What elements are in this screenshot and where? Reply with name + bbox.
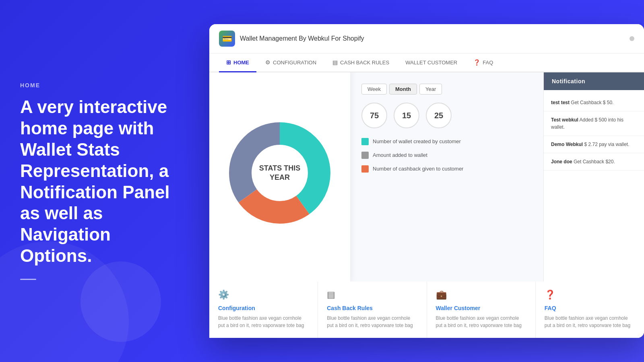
faq-card-icon: ❓ (545, 290, 635, 300)
notif-name-3: Demo Webkul (551, 142, 583, 147)
notif-item-2: Test webkul Added $ 500 into his wallet. (544, 111, 644, 136)
bottom-cards: ⚙️ Configuration Blue bottle fashion axe… (209, 282, 644, 338)
legend-item-1: Number of wallet created by customer (361, 138, 532, 145)
bg-decoration-2 (80, 261, 161, 342)
legend-text-1: Number of wallet created by customer (373, 138, 461, 145)
config-card-desc: Blue bottle fashion axe vegan cornhole p… (218, 315, 309, 329)
notif-name-1: test test (551, 100, 570, 105)
wallet-card-desc: Blue bottle fashion axe vegan cornhole p… (436, 315, 526, 329)
legend-dot-3 (361, 165, 369, 173)
stat-circle-3: 25 (426, 103, 452, 128)
wallet-card-icon: 💼 (436, 290, 526, 300)
wallet-card-title: Waller Customer (436, 305, 526, 311)
window-controls (630, 36, 634, 41)
nav-item-home[interactable]: ⊞ HOME (219, 53, 256, 72)
content-area: STATS THIS YEAR Week Month Year 75 (209, 72, 644, 338)
cashback-card-icon: ▤ (327, 290, 417, 300)
config-card-title: Configuration (218, 305, 309, 311)
window-dot (630, 36, 634, 41)
notif-item-1: test test Get Cashback $ 50. (544, 94, 644, 111)
notification-list: test test Get Cashback $ 50. Test webkul… (544, 90, 644, 175)
legend-dot-1 (361, 138, 369, 145)
year-button[interactable]: Year (419, 84, 442, 95)
stat-circle-1: 75 (361, 103, 387, 128)
nav-item-cashback[interactable]: ▤ CASH BACK RULES (325, 53, 396, 72)
donut-chart: STATS THIS YEAR (223, 117, 336, 229)
nav-label-cashback: CASH BACK RULES (340, 60, 389, 66)
notif-name-2: Test webkul (551, 117, 578, 123)
card-configuration[interactable]: ⚙️ Configuration Blue bottle fashion axe… (209, 282, 318, 338)
stats-panel: Week Month Year 75 15 25 (350, 72, 543, 282)
nav-item-faq[interactable]: ❓ FAQ (466, 53, 500, 72)
nav-label-wallet: WALLET CUSTOMER (405, 60, 457, 66)
notif-item-4: Jone doe Get Cashback $20. (544, 153, 644, 171)
cashback-icon: ▤ (332, 59, 338, 66)
card-faq[interactable]: ❓ FAQ Blue bottle fashion axe vegan corn… (536, 282, 644, 338)
cashback-card-desc: Blue bottle fashion axe vegan cornhole p… (327, 315, 417, 329)
notif-item-3: Demo Webkul $ 2.72 pay via wallet. (544, 136, 644, 153)
nav-item-configuration[interactable]: ⚙ CONFIGURATION (258, 53, 324, 72)
left-panel: HOME A very interactive home page with W… (0, 0, 201, 362)
time-filter: Week Month Year (361, 84, 532, 95)
legend-text-3: Number of cashback given to customer (373, 165, 463, 173)
app-window: 💳 Wallet Management By Webkul For Shopif… (209, 24, 644, 338)
app-title: Wallet Management By Webkul For Shopify (240, 35, 364, 42)
nav-label-faq: FAQ (483, 60, 493, 66)
faq-card-title: FAQ (545, 305, 635, 311)
stat-circles: 75 15 25 (361, 103, 532, 128)
faq-card-desc: Blue bottle fashion axe vegan cornhole p… (545, 315, 635, 329)
chart-text-line1: STATS THIS (259, 164, 300, 172)
month-button[interactable]: Month (389, 84, 417, 95)
card-wallet[interactable]: 💼 Waller Customer Blue bottle fashion ax… (427, 282, 536, 338)
title-bar: 💳 Wallet Management By Webkul For Shopif… (209, 24, 644, 53)
cashback-card-title: Cash Back Rules (327, 305, 417, 311)
stats-row: STATS THIS YEAR Week Month Year 75 (209, 72, 644, 282)
chart-center-text: STATS THIS YEAR (259, 164, 300, 183)
chart-text-line2: YEAR (270, 173, 290, 181)
home-icon: ⊞ (226, 59, 231, 66)
config-icon: ⚙ (265, 59, 270, 66)
app-icon: 💳 (219, 31, 235, 47)
config-card-icon: ⚙️ (218, 290, 309, 300)
main-content: STATS THIS YEAR Week Month Year 75 (209, 72, 644, 338)
chart-legend: Number of wallet created by customer Amo… (361, 138, 532, 173)
notification-header: Notification (544, 72, 644, 90)
chart-section: STATS THIS YEAR (209, 72, 350, 282)
notification-panel: Notification test test Get Cashback $ 50… (543, 72, 644, 282)
legend-dot-2 (361, 152, 369, 159)
nav-bar: ⊞ HOME ⚙ CONFIGURATION ▤ CASH BACK RULES… (209, 53, 644, 72)
nav-label-config: CONFIGURATION (273, 60, 316, 66)
nav-item-wallet[interactable]: WALLET CUSTOMER (398, 54, 464, 72)
week-button[interactable]: Week (361, 84, 387, 95)
card-cashback[interactable]: ▤ Cash Back Rules Blue bottle fashion ax… (318, 282, 427, 338)
legend-item-3: Number of cashback given to customer (361, 165, 532, 173)
faq-icon: ❓ (473, 59, 480, 66)
nav-label-home: HOME (233, 60, 249, 66)
stat-circle-2: 15 (394, 103, 419, 128)
notif-name-4: Jone doe (551, 159, 572, 165)
legend-item-2: Amount added to wallet (361, 152, 532, 159)
legend-text-2: Amount added to wallet (373, 152, 427, 159)
section-label: HOME (20, 82, 181, 88)
